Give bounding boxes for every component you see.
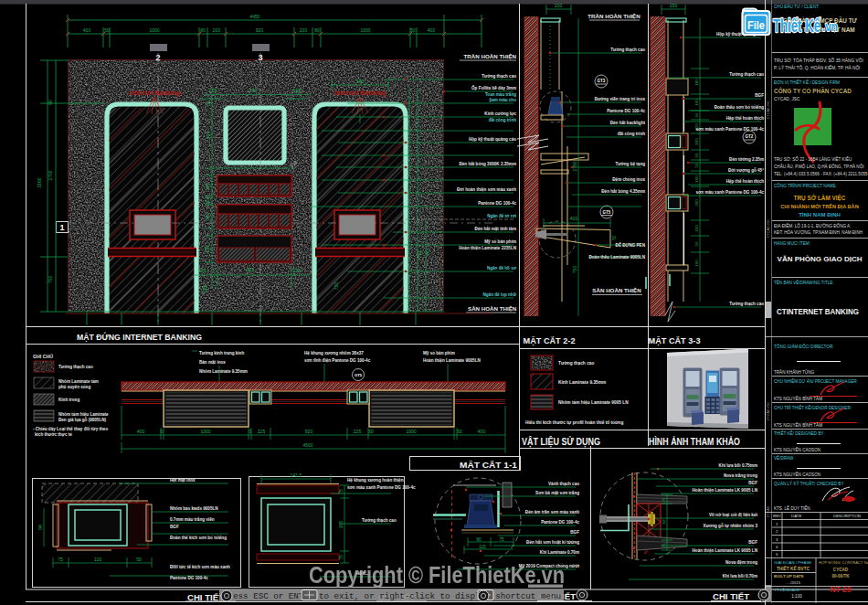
svg-text:Vít nở loại cốt đị liên kết: Vít nở loại cốt đị liên kết [709,512,758,517]
svg-text:100: 100 [555,3,563,8]
svg-text:HÌNH ẢNH THAM KHẢO: HÌNH ẢNH THAM KHẢO [649,436,740,447]
svg-text:CÔNG TRÌNH/ PROJECT NAME:: CÔNG TRÌNH/ PROJECT NAME: [774,183,837,188]
svg-text:Ngăn để tờ rơi: Ngăn để tờ rơi [487,213,516,218]
svg-text:Kính cường lực: Kính cường lực [484,111,516,116]
svg-text:920: 920 [256,27,264,33]
svg-text:Nova trắng trong: Nova trắng trong [724,472,757,478]
svg-text:75: 75 [338,489,344,494]
svg-text:Khí lưa bồi 0.75mm: Khí lưa bồi 0.75mm [719,463,757,468]
svg-text:File: File [747,19,765,32]
svg-text:1000: 1000 [406,429,416,434]
svg-text:BGF: BGF [748,481,757,485]
svg-text:BUILT-UP DATE: BUILT-UP DATE [774,574,804,578]
svg-text:Nhôm bas kwds 9005LN: Nhôm bas kwds 9005LN [170,506,218,511]
svg-text:BGF: BGF [748,540,757,545]
svg-text:Đoàn thể kích sơn bố tốiểng: Đoàn thể kích sơn bố tốiểng [170,535,227,540]
svg-text:CHỦ TRÌ THIẾT KẾ/GENOR DESIGNE: CHỦ TRÌ THIẾT KẾ/GENOR DESIGNER: [774,405,852,410]
svg-text:Đèn hắt sơn hoặt kí tứứng: Đèn hắt sơn hoặt kí tứứng [526,539,579,545]
svg-text:TỸ LỆ/SCALE:: TỸ LỆ/SCALE: [774,588,800,592]
svg-text:KTS. LÊ DUY TIẾN: KTS. LÊ DUY TIẾN [774,504,810,511]
svg-text:HỢP ĐỒNG/ CONTRACT No: HỢP ĐỒNG/ CONTRACT No [819,560,868,565]
svg-text:920: 920 [305,429,313,434]
svg-text:Hoàn thiện Laminate LK 9005 LN: Hoàn thiện Laminate LK 9005 LN [693,488,758,493]
svg-text:MẶT CẮT 1-1: MẶT CẮT 1-1 [460,460,518,470]
svg-text:Tường thạch cao: Tường thạch cao [610,48,645,52]
svg-text:ĐỊA ĐIỂM: LÔ 19-1-1, ĐƯỜNG ĐÔN: ĐỊA ĐIỂM: LÔ 19-1-1, ĐƯỜNG ĐÔNG A, [774,223,851,228]
svg-text:Pantone DG 100-4c: Pantone DG 100-4c [478,201,516,206]
svg-text:..../2015: ..../2015 [786,580,800,585]
svg-text:Internet Banking: Internet Banking [334,90,386,97]
svg-text:100: 100 [205,197,210,206]
svg-text:Đời hoàn thiện sơn màu xanh: Đời hoàn thiện sơn màu xanh [457,187,516,192]
svg-text:150: 150 [670,3,678,8]
svg-text:BGF: BGF [170,525,179,529]
svg-text:SÀN HOÀN THIỆN: SÀN HOÀN THIỆN [592,287,641,293]
svg-text:Tường thạch cao: Tường thạch cao [362,518,397,523]
svg-text:Tường thạch cao: Tường thạch cao [558,361,594,366]
svg-text:DESCRIPTION: DESCRIPTION [833,514,861,518]
svg-text:GT3: GT3 [598,79,606,83]
svg-text:CYCAD, JSC: CYCAD, JSC [774,97,800,101]
svg-text:900: 900 [206,132,211,140]
svg-text:141.5: 141.5 [291,472,302,478]
svg-text:1760: 1760 [572,161,577,171]
svg-text:TỔNG GIÁM ĐỐC/ DIRECTOR:: TỔNG GIÁM ĐỐC/ DIRECTOR: [774,344,834,349]
svg-text:60: 60 [662,519,666,524]
svg-text:ƥam màu cho: ƥam màu cho [489,98,516,102]
svg-text:Nhôm Laminate tấm: Nhôm Laminate tấm [58,378,99,384]
svg-text:750: 750 [48,276,53,284]
svg-text:1000: 1000 [149,27,159,33]
svg-text:Pantone DG 100-4c: Pantone DG 100-4c [541,520,579,525]
svg-text:1:100: 1:100 [791,594,802,599]
svg-text:REV: REV [773,514,781,518]
svg-text:GHI CHÚ: GHI CHÚ [33,354,53,359]
svg-text:100: 100 [694,260,699,267]
svg-text:580: 580 [202,285,207,293]
svg-text:GIAI ĐOẠN / PHASE: GIAI ĐOẠN / PHASE [774,560,811,565]
svg-text:225: 225 [198,268,206,273]
svg-text:Pantone DG 100-4c: Pantone DG 100-4c [607,109,645,113]
svg-text:Mỹ số bàn phím: Mỹ số bàn phím [423,350,455,356]
svg-text:QUẢN LÝ KỸ THUẬT/ CHECKED BY: QUẢN LÝ KỸ THUẬT/ CHECKED BY [774,481,844,486]
svg-text:115: 115 [479,545,486,549]
svg-text:BGF: BGF [570,530,579,535]
svg-text:Đường viền trang trí inox: Đường viền trang trí inox [595,97,646,101]
svg-text:CHI TIẾT: CHI TIẾT [187,593,225,602]
svg-text:TÊN BẢN VẼ/DRAWING TITLE:: TÊN BẢN VẼ/DRAWING TITLE: [774,279,834,285]
svg-text:400: 400 [428,27,436,33]
svg-text:Nhôm tấm hiệu Laminate: Nhôm tấm hiệu Laminate [58,411,109,417]
svg-text:0.7mm màu trắng viền: 0.7mm màu trắng viền [170,516,215,522]
svg-text:75: 75 [499,537,504,542]
svg-text:Đen giả lụa gỗ (9005LN): Đen giả lụa gỗ (9005LN) [58,417,107,422]
svg-text:50: 50 [368,429,374,434]
svg-text:160: 160 [694,225,699,232]
svg-text:CYCAD.JSC: CYCAD.JSC [767,401,770,420]
svg-text:Khí Laminate 0.70m: Khí Laminate 0.70m [540,550,579,555]
svg-text:Vánh thạch cao: Vánh thạch cao [548,482,579,486]
svg-text:50: 50 [457,429,462,434]
svg-text:Đệm chống inox: Đệm chống inox [612,176,645,182]
svg-text:110: 110 [94,557,101,562]
svg-text:180: 180 [694,79,699,86]
svg-text:4450: 4450 [249,14,259,19]
svg-text:KTS NGUYỄN CAOSON: KTS NGUYỄN CAOSON [774,447,820,452]
svg-text:sơn màu xanh Pantone DG 100-4c: sơn màu xanh Pantone DG 100-4c [696,127,765,132]
svg-text:MẶT CẮT 2-2: MẶT CẮT 2-2 [524,335,576,345]
svg-text:GT2: GT2 [746,134,754,139]
svg-text:0: 0 [161,429,164,434]
svg-text:.vn: .vn [822,19,838,34]
svg-text:VẼ/DRAW: VẼ/DRAW [774,455,794,461]
svg-text:TỈNH NAM ĐỊNH: TỈNH NAM ĐỊNH [799,212,841,218]
svg-text:750: 750 [572,266,577,274]
svg-text:Sơn bả mặt sơn trắng: Sơn bả mặt sơn trắng [535,490,579,495]
svg-text:TRỤ SỞ: TÒA THÁP BIDV, SỐ 35 H: TRỤ SỞ: TÒA THÁP BIDV, SỐ 35 HÀNG VÔI [774,58,863,63]
svg-text:KTS NGUYỄN BÌNH TÂM: KTS NGUYỄN BÌNH TÂM [774,396,822,401]
svg-text:94: 94 [37,525,43,530]
svg-text:Hệt mặt inox: Hệt mặt inox [170,478,196,483]
svg-text:Press ESC or ENTER to exit, or: Press ESC or ENTER to exit, or right-cli… [223,591,561,601]
svg-text:Hệ khung xương hoàn thiện: Hệ khung xương hoàn thiện [347,478,404,483]
svg-text:Hệp thể hoàn thịch: Hệp thể hoàn thịch [726,115,765,121]
svg-text:400: 400 [570,216,578,221]
svg-text:CYCAD.JSC: CYCAD.JSC [767,218,770,238]
svg-text:160: 160 [205,213,210,221]
